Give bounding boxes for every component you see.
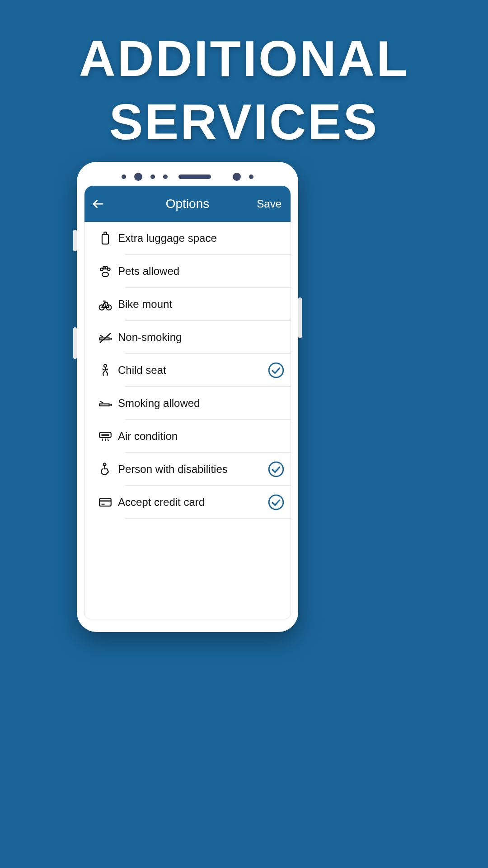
- option-row-disabilities[interactable]: Person with disabilities: [84, 453, 291, 486]
- option-checkmark[interactable]: [262, 362, 291, 379]
- phone-sensors: [77, 173, 298, 181]
- baby-icon: [93, 363, 118, 378]
- option-row-pets-allowed[interactable]: Pets allowed: [84, 255, 291, 288]
- options-list: Extra luggage spacePets allowedBike moun…: [84, 222, 291, 519]
- option-label: Non-smoking: [118, 331, 262, 344]
- check-circle-icon: [267, 494, 285, 511]
- credit-card-icon: [93, 495, 118, 510]
- hardware-button: [73, 230, 77, 251]
- luggage-icon: [93, 231, 118, 246]
- no-smoking-icon: [93, 330, 118, 345]
- option-label: Pets allowed: [118, 265, 262, 278]
- app-bar: Options Save: [84, 186, 291, 222]
- option-row-extra-luggage[interactable]: Extra luggage space: [84, 222, 291, 255]
- option-label: Bike mount: [118, 298, 262, 311]
- option-row-child-seat[interactable]: Child seat: [84, 354, 291, 387]
- bicycle-icon: [93, 297, 118, 312]
- hardware-button: [298, 297, 302, 338]
- option-label: Extra luggage space: [118, 232, 262, 245]
- option-row-air-condition[interactable]: Air condition: [84, 420, 291, 453]
- check-circle-icon: [267, 461, 285, 478]
- arrow-left-icon: [91, 197, 105, 211]
- back-button[interactable]: [84, 186, 112, 222]
- promo-headline-line2: SERVICES: [0, 90, 488, 154]
- option-label: Child seat: [118, 364, 262, 377]
- option-checkmark[interactable]: [262, 461, 291, 478]
- divider: [125, 519, 291, 519]
- paw-icon: [93, 264, 118, 279]
- wheelchair-icon: [93, 462, 118, 477]
- screen: Options Save Extra luggage spacePets all…: [84, 185, 291, 619]
- option-row-credit-card[interactable]: Accept credit card: [84, 486, 291, 519]
- hardware-button: [73, 327, 77, 359]
- option-label: Smoking allowed: [118, 397, 262, 410]
- option-label: Person with disabilities: [118, 463, 262, 476]
- option-row-non-smoking[interactable]: Non-smoking: [84, 321, 291, 354]
- option-row-bike-mount[interactable]: Bike mount: [84, 288, 291, 321]
- ac-icon: [93, 429, 118, 444]
- option-checkmark[interactable]: [262, 494, 291, 511]
- option-label: Air condition: [118, 430, 262, 443]
- option-label: Accept credit card: [118, 496, 262, 509]
- option-row-smoking-allowed[interactable]: Smoking allowed: [84, 387, 291, 420]
- cigarette-icon: [93, 396, 118, 411]
- save-button[interactable]: Save: [257, 198, 291, 210]
- promo-headline: ADDITIONAL SERVICES: [0, 0, 488, 154]
- promo-headline-line1: ADDITIONAL: [0, 27, 488, 90]
- phone-frame: Options Save Extra luggage spacePets all…: [77, 162, 298, 632]
- check-circle-icon: [267, 362, 285, 379]
